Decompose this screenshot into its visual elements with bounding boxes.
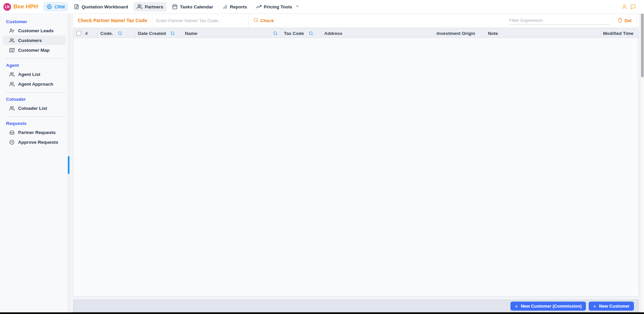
search-icon — [253, 17, 258, 24]
sidebar-item-label: Partner Requests — [18, 130, 56, 135]
sidebar-item-customer-leads[interactable]: Customer Leads — [3, 26, 66, 35]
nav-items: CRMQuotation WorkboardPartnersTasks Cale… — [43, 2, 303, 11]
column-header-address: Address — [321, 29, 434, 38]
check-button[interactable]: Check — [249, 17, 279, 24]
column-header-: # — [83, 29, 98, 38]
sidebar-divider — [5, 117, 66, 117]
sidebar-item-partner-requests[interactable]: Partner Requests — [3, 128, 66, 137]
bar-chart-icon — [222, 4, 228, 9]
logo-avatar: LN — [3, 3, 11, 11]
select-all-checkbox[interactable] — [77, 31, 81, 36]
sidebar-divider — [5, 58, 66, 59]
sidebar-scrollbar-track[interactable] — [68, 14, 70, 312]
sidebar-item-agent-list[interactable]: Agent List — [3, 70, 66, 79]
document-icon — [74, 4, 79, 9]
sidebar-item-agent-approach[interactable]: Agent Approach — [3, 79, 66, 89]
nav-item-partners[interactable]: Partners — [134, 2, 166, 11]
sidebar-item-customers[interactable]: Customers — [3, 36, 66, 45]
delete-filter-button[interactable]: Del — [613, 18, 636, 24]
column-header-label: Code. — [100, 31, 113, 36]
nav-item-pricing-tools[interactable]: Pricing Tools — [253, 2, 303, 11]
main-content: Check Partner Name/ Tax Code Check Del #… — [70, 14, 640, 312]
sidebar-item-approve-requests[interactable]: Approve Requests — [3, 137, 66, 147]
nav-item-tasks-calendar[interactable]: Tasks Calendar — [169, 2, 216, 11]
nav-item-label: Reports — [230, 4, 247, 9]
customers-table: #Code.Date CreatedNameTax CodeAddressInv… — [73, 29, 639, 297]
table-body — [73, 38, 638, 297]
sidebar-item-label: Agent List — [18, 72, 40, 77]
nav-item-label: CRM — [54, 4, 65, 9]
sidebar-divider — [5, 92, 66, 93]
footer-buttons: +New Customer (Commission)+New Customer — [510, 302, 634, 311]
sidebar-item-coloader-list[interactable]: Coloader List — [3, 103, 66, 113]
sidebar-scrollbar-thumb[interactable] — [68, 156, 69, 174]
calendar-icon — [172, 4, 178, 9]
column-header-date-created: Date Created — [135, 29, 182, 38]
nav-item-quotation-workboard[interactable]: Quotation Workboard — [70, 2, 132, 11]
footer-button-label: New Customer — [599, 304, 630, 309]
search-icon[interactable] — [170, 31, 175, 36]
check-button-label: Check — [260, 18, 274, 23]
sidebar-item-label: Agent Approach — [18, 82, 53, 87]
column-header-label: Note — [488, 31, 498, 36]
sidebar-item-label: Customer Map — [18, 48, 50, 53]
sidebar-section-title-agent: Agent — [0, 59, 70, 69]
check-partner-label: Check Partner Name/ Tax Code — [73, 18, 152, 23]
toolbar-divider — [636, 16, 637, 25]
sidebar: CustomerCustomer LeadsCustomersCustomer … — [0, 14, 70, 312]
app-title: Bee HPH — [13, 3, 38, 10]
column-header-label: Name — [185, 31, 197, 36]
check-circle-icon — [9, 140, 14, 145]
message-square-icon[interactable] — [630, 4, 636, 10]
top-navbar: LN Bee HPH CRMQuotation WorkboardPartner… — [0, 0, 644, 14]
new-customer-button[interactable]: +New Customer — [589, 302, 634, 311]
sidebar-item-label: Approve Requests — [18, 140, 58, 145]
app-logo[interactable]: LN Bee HPH — [3, 3, 38, 11]
column-header-label: Tax Code — [284, 31, 304, 36]
sidebar-section-title-coloader: Coloader — [0, 93, 70, 103]
column-header-investment-origin: Investment Origin — [434, 29, 485, 38]
partner-name-input[interactable] — [152, 18, 248, 23]
column-header-name: Name — [182, 29, 281, 38]
trash-icon — [618, 18, 623, 24]
footer-button-label: New Customer (Commission) — [521, 304, 582, 309]
sidebar-section-title-customer: Customer — [0, 16, 70, 26]
bottom-edge-bar — [0, 312, 644, 314]
sidebar-sections: CustomerCustomer LeadsCustomersCustomer … — [0, 16, 70, 147]
plus-icon: + — [593, 304, 596, 309]
column-header-checkbox — [73, 29, 83, 38]
nav-item-crm[interactable]: CRM — [43, 2, 68, 11]
plus-icon: + — [515, 304, 518, 309]
new-customer-commission-button[interactable]: +New Customer (Commission) — [510, 302, 586, 311]
column-header-label: # — [85, 31, 88, 36]
user-icon[interactable] — [622, 4, 627, 10]
nav-item-label: Partners — [145, 4, 163, 9]
nav-item-label: Quotation Workboard — [82, 4, 128, 9]
globe-icon — [47, 4, 52, 9]
search-icon[interactable] — [273, 31, 278, 36]
column-header-tax-code: Tax Code — [281, 29, 321, 38]
inbox-icon — [9, 130, 14, 135]
search-icon[interactable] — [118, 31, 122, 36]
filter-expression-input[interactable] — [509, 16, 610, 25]
column-header-note: Note — [485, 29, 600, 38]
del-button-label: Del — [625, 18, 632, 23]
column-header-modified-time: Modified Time — [600, 29, 638, 38]
sidebar-item-label: Customer Leads — [18, 28, 54, 33]
map-icon — [9, 48, 14, 53]
column-header-label: Investment Origin — [437, 31, 475, 36]
check-partner-toolbar: Check Partner Name/ Tax Code Check Del — [73, 14, 639, 27]
column-header-label: Modified Time — [603, 31, 634, 36]
sidebar-item-customer-map[interactable]: Customer Map — [3, 45, 66, 55]
search-icon[interactable] — [309, 31, 313, 36]
footer-action-bar: +New Customer (Commission)+New Customer — [73, 300, 639, 312]
users-icon — [9, 106, 14, 111]
sidebar-item-label: Customers — [18, 38, 42, 43]
sidebar-item-label: Coloader List — [18, 106, 47, 111]
users-icon — [9, 38, 14, 43]
users-icon — [137, 4, 142, 9]
nav-item-label: Tasks Calendar — [180, 4, 213, 9]
nav-item-reports[interactable]: Reports — [219, 2, 250, 11]
page-scrollbar-track[interactable] — [640, 0, 644, 314]
column-header-label: Date Created — [138, 31, 166, 36]
